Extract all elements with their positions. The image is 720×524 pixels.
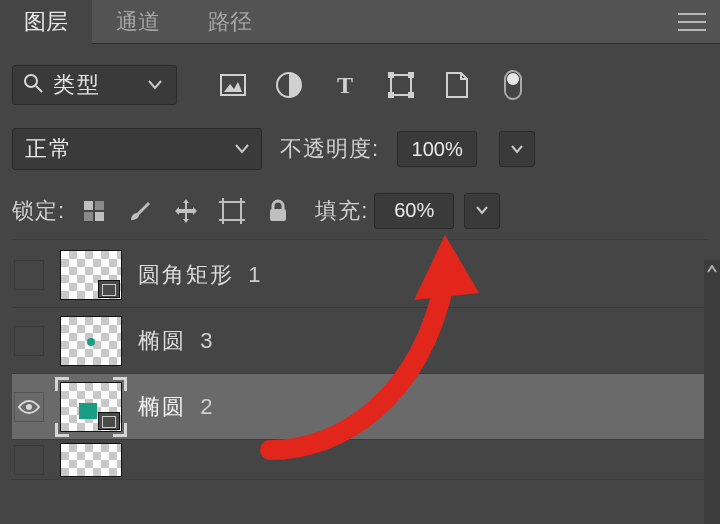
shape-filter-icon[interactable] bbox=[387, 71, 415, 99]
fill-label: 填充: bbox=[315, 196, 368, 226]
opacity-value: 100% bbox=[412, 138, 463, 161]
layer-name[interactable]: 椭圆 2 bbox=[138, 392, 214, 422]
layer-name[interactable]: 椭圆 3 bbox=[138, 326, 214, 356]
scroll-up-icon[interactable] bbox=[704, 260, 720, 278]
lock-icons bbox=[81, 198, 291, 224]
layer-row[interactable]: 椭圆 3 bbox=[12, 308, 708, 374]
svg-rect-6 bbox=[388, 72, 394, 78]
lock-artboard-icon[interactable] bbox=[219, 198, 245, 224]
chevron-down-icon bbox=[148, 80, 162, 90]
smartobject-filter-icon[interactable] bbox=[443, 71, 471, 99]
visibility-toggle[interactable] bbox=[14, 392, 44, 422]
svg-rect-13 bbox=[95, 201, 104, 210]
svg-rect-12 bbox=[84, 201, 93, 210]
lock-label: 锁定: bbox=[12, 196, 65, 226]
layer-list: 圆角矩形 1 椭圆 3 bbox=[12, 242, 708, 480]
fill-value: 60% bbox=[394, 199, 434, 222]
layer-thumbnail[interactable] bbox=[60, 443, 122, 477]
tab-paths-label: 路径 bbox=[208, 7, 252, 37]
layers-panel-body: 类型 T 正常 bbox=[0, 44, 720, 524]
visibility-toggle[interactable] bbox=[14, 326, 44, 356]
visibility-toggle[interactable] bbox=[14, 260, 44, 290]
opacity-dropdown[interactable] bbox=[499, 131, 535, 167]
layers-scrollbar[interactable] bbox=[704, 260, 720, 524]
layer-name[interactable]: 圆角矩形 1 bbox=[138, 260, 262, 290]
visibility-toggle[interactable] bbox=[14, 445, 44, 475]
tab-paths[interactable]: 路径 bbox=[184, 0, 276, 44]
layer-row[interactable]: 圆角矩形 1 bbox=[12, 242, 708, 308]
svg-rect-16 bbox=[223, 202, 241, 220]
svg-rect-21 bbox=[270, 209, 286, 221]
adjustment-filter-icon[interactable] bbox=[275, 71, 303, 99]
svg-rect-8 bbox=[388, 92, 394, 98]
vector-mask-badge-icon bbox=[98, 280, 120, 298]
panel-tabs: 图层 通道 路径 bbox=[0, 0, 720, 44]
opacity-value-input[interactable]: 100% bbox=[397, 131, 477, 167]
svg-rect-15 bbox=[95, 212, 104, 221]
type-filter-icon[interactable]: T bbox=[331, 71, 359, 99]
image-filter-icon[interactable] bbox=[219, 71, 247, 99]
blend-mode-value: 正常 bbox=[25, 134, 73, 164]
tab-layers-label: 图层 bbox=[24, 7, 68, 37]
svg-point-11 bbox=[507, 73, 519, 85]
svg-point-0 bbox=[25, 75, 37, 87]
svg-rect-7 bbox=[408, 72, 414, 78]
svg-marker-3 bbox=[224, 82, 242, 92]
tab-channels-label: 通道 bbox=[116, 7, 160, 37]
toggle-filter-icon[interactable] bbox=[499, 71, 527, 99]
svg-rect-14 bbox=[84, 212, 93, 221]
layer-row[interactable] bbox=[12, 440, 708, 480]
layer-thumbnail[interactable] bbox=[60, 382, 122, 432]
fill-value-input[interactable]: 60% bbox=[374, 193, 454, 229]
tab-channels[interactable]: 通道 bbox=[92, 0, 184, 44]
vector-mask-badge-icon bbox=[98, 412, 120, 430]
svg-rect-9 bbox=[408, 92, 414, 98]
search-icon bbox=[23, 73, 43, 97]
layer-filter-type-select[interactable]: 类型 bbox=[12, 65, 177, 105]
svg-line-1 bbox=[36, 86, 42, 92]
lock-fill-row: 锁定: 填充: bbox=[12, 188, 708, 240]
layer-row[interactable]: 椭圆 2 bbox=[12, 374, 708, 440]
layer-thumbnail[interactable] bbox=[60, 250, 122, 300]
blend-mode-select[interactable]: 正常 bbox=[12, 128, 262, 170]
fill-dropdown[interactable] bbox=[464, 193, 500, 229]
layer-filter-icons: T bbox=[219, 71, 527, 99]
layer-filter-row: 类型 T bbox=[12, 60, 708, 110]
lock-move-icon[interactable] bbox=[173, 198, 199, 224]
layer-filter-type-label: 类型 bbox=[53, 70, 101, 100]
blend-opacity-row: 正常 不透明度: 100% bbox=[12, 120, 708, 178]
lock-all-icon[interactable] bbox=[265, 198, 291, 224]
tab-layers[interactable]: 图层 bbox=[0, 0, 92, 44]
eye-icon bbox=[17, 399, 41, 415]
lock-pixels-icon[interactable] bbox=[81, 198, 107, 224]
layer-thumbnail[interactable] bbox=[60, 316, 122, 366]
chevron-down-icon bbox=[235, 144, 249, 154]
panel-menu-button[interactable] bbox=[664, 0, 720, 44]
opacity-label: 不透明度: bbox=[280, 134, 379, 164]
hamburger-icon bbox=[678, 21, 706, 23]
lock-brush-icon[interactable] bbox=[127, 198, 153, 224]
svg-point-22 bbox=[26, 404, 32, 410]
